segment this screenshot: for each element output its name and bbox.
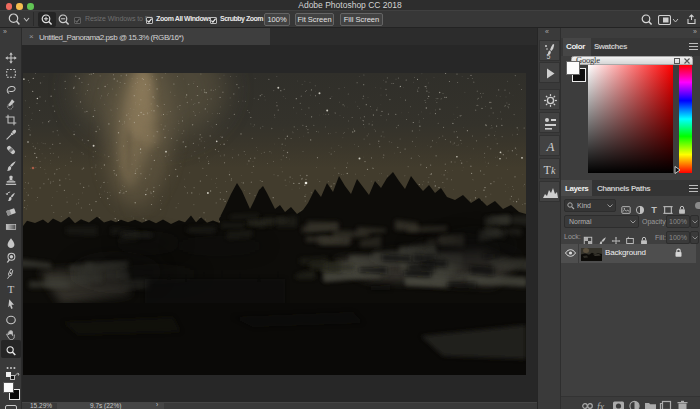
svg-text:fx: fx [597, 401, 605, 409]
svg-text:T: T [8, 283, 15, 295]
svg-text:T: T [651, 205, 657, 215]
svg-text:A: A [546, 139, 555, 154]
svg-text:5: 5 [547, 53, 551, 60]
svg-text:k: k [551, 165, 556, 176]
